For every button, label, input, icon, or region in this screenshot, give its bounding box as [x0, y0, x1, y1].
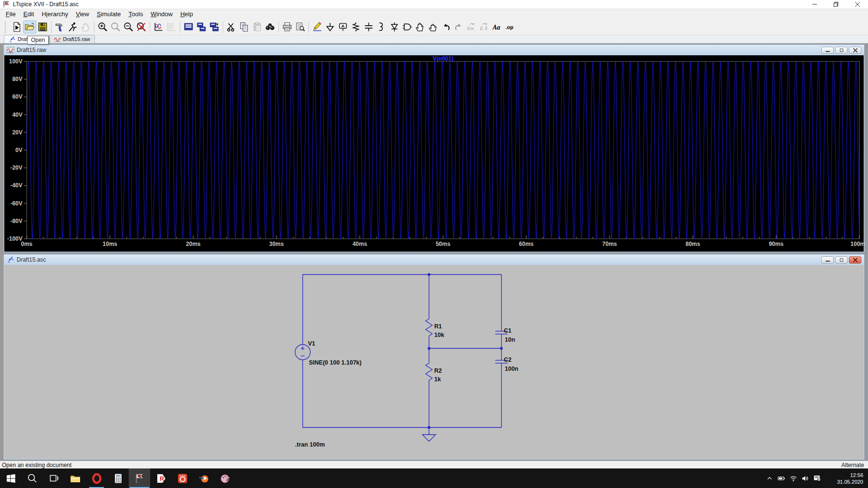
print-button[interactable]	[281, 20, 294, 33]
wave-minimize-button[interactable]	[821, 47, 834, 54]
taskbar-blender[interactable]	[193, 468, 214, 488]
waveform-window: Draft15.raw V(n001) 0ms10ms20ms30ms40ms5…	[3, 44, 865, 253]
label-R1-value[interactable]: 10k	[434, 332, 444, 338]
taskbar-task-view[interactable]	[43, 468, 64, 488]
title-bar: LTspice XVII - Draft15.asc	[0, 0, 868, 9]
find-button[interactable]	[264, 20, 276, 33]
tray-volume[interactable]	[799, 468, 811, 488]
circuit-svg[interactable]	[4, 265, 864, 459]
taskbar-search[interactable]	[21, 468, 43, 488]
zoom-in-button[interactable]	[96, 20, 109, 33]
plot-settings-button[interactable]	[152, 20, 165, 33]
toolbar-separator	[278, 21, 279, 33]
cut-button[interactable]	[225, 20, 238, 33]
menu-tools[interactable]: Tools	[125, 10, 147, 19]
taskbar-clock[interactable]: 12:5631.05.2020	[823, 472, 868, 485]
label-V1-value[interactable]: SINE(0 100 1.107k)	[309, 359, 362, 366]
halt-hand-icon	[81, 22, 91, 32]
paste-button	[251, 20, 264, 33]
menu-file[interactable]: File	[2, 10, 20, 19]
print-preview-button[interactable]	[294, 20, 306, 33]
toolbar-grip	[5, 21, 8, 33]
label-C1-value[interactable]: 10n	[505, 336, 515, 343]
taskbar-paint[interactable]	[214, 468, 236, 488]
x-tick-label: 50ms	[436, 241, 450, 247]
new-pane-button[interactable]	[208, 20, 221, 33]
label-C1-ref[interactable]: C1	[504, 327, 511, 334]
menu-simulate[interactable]: Simulate	[93, 10, 125, 19]
label-C2-value[interactable]: 100n	[505, 366, 519, 372]
place-label-button[interactable]: A	[337, 20, 349, 33]
schematic-window-titlebar[interactable]: Draft15.asc	[4, 254, 864, 265]
waveform-plot-area[interactable]: V(n001) 0ms10ms20ms30ms40ms50ms60ms70ms8…	[4, 55, 864, 252]
zoom-out-button[interactable]	[122, 20, 135, 33]
schem-restore-button[interactable]	[835, 256, 848, 264]
place-diode-button[interactable]	[388, 20, 401, 33]
schem-minimize-button[interactable]	[821, 256, 834, 264]
tab-draft15.raw[interactable]: Draft15.raw	[49, 35, 95, 43]
place-ground-button[interactable]	[324, 20, 337, 33]
yandex-icon: R	[155, 473, 167, 484]
rotate-button: E Ǝ	[478, 20, 491, 33]
menu-hierarchy[interactable]: Hierarchy	[38, 10, 72, 19]
taskbar-ltspice[interactable]	[129, 468, 150, 488]
control-panel-button[interactable]	[53, 20, 66, 33]
undo-button[interactable]	[439, 20, 452, 33]
taskbar-calculator[interactable]	[107, 468, 129, 488]
window-title: LTspice XVII - Draft15.asc	[13, 1, 79, 8]
schematic-canvas[interactable]: V1SINE(0 100 1.107k)R110kR21kC110nC2100n…	[4, 265, 864, 459]
label-R1-ref[interactable]: R1	[434, 323, 442, 330]
place-resistor-button[interactable]	[349, 20, 362, 33]
tab-label: Draft15.raw	[63, 36, 90, 42]
wave-close-button[interactable]	[849, 47, 861, 54]
label-R2-value[interactable]: 1k	[434, 376, 441, 383]
menu-help[interactable]: Help	[176, 10, 197, 19]
menu-window[interactable]: Window	[147, 10, 176, 19]
menu-edit[interactable]: Edit	[20, 10, 38, 19]
notif-icon	[813, 474, 822, 483]
trace-v-n001[interactable]	[27, 61, 859, 238]
vertical-panes-button[interactable]	[182, 20, 195, 33]
spice-directive-button[interactable]: .op	[504, 20, 517, 33]
spice-directive-text[interactable]: .tran 100m	[295, 441, 325, 448]
tray-tray-expand[interactable]	[764, 468, 776, 488]
component-R1[interactable]	[426, 274, 432, 348]
tray-battery[interactable]	[776, 468, 787, 488]
restore-button[interactable]	[825, 0, 847, 9]
taskbar-opera[interactable]	[86, 468, 107, 488]
waveform-plot-svg[interactable]: 0ms10ms20ms30ms40ms50ms60ms70ms80ms90ms1…	[4, 55, 865, 253]
taskbar-media-app[interactable]	[172, 468, 193, 488]
tray-wifi[interactable]	[787, 468, 799, 488]
drag-button[interactable]	[427, 20, 439, 33]
label-C2-ref[interactable]: C2	[504, 356, 511, 363]
open-button[interactable]	[23, 20, 36, 33]
draw-wire-button[interactable]	[311, 20, 324, 33]
wave-restore-button[interactable]	[835, 47, 848, 54]
text-button[interactable]: Aa	[491, 20, 504, 33]
component-R2[interactable]	[426, 348, 432, 427]
taskbar-file-explorer[interactable]	[64, 468, 86, 488]
new-schematic-button[interactable]	[10, 20, 23, 33]
menu-view[interactable]: View	[72, 10, 93, 19]
tray-notifications[interactable]	[811, 468, 823, 488]
folder-open-icon	[25, 22, 35, 32]
copy-button[interactable]	[238, 20, 251, 33]
waveform-window-titlebar[interactable]: Draft15.raw	[4, 45, 864, 55]
move-button[interactable]	[414, 20, 427, 33]
taskbar-start[interactable]	[0, 468, 21, 488]
minimize-button[interactable]	[804, 0, 825, 9]
ground-symbol[interactable]	[422, 427, 436, 441]
place-capacitor-button[interactable]	[362, 20, 375, 33]
run-button[interactable]	[66, 20, 79, 33]
save-button[interactable]	[36, 20, 49, 33]
horizontal-panes-button[interactable]	[195, 20, 208, 33]
place-inductor-button[interactable]	[375, 20, 388, 33]
zoom-full-extents-button[interactable]	[135, 20, 148, 33]
taskbar-yandex-browser[interactable]: R	[150, 468, 172, 488]
trace-legend[interactable]: V(n001)	[433, 55, 453, 61]
label-R2-ref[interactable]: R2	[434, 367, 442, 374]
label-V1-ref[interactable]: V1	[308, 340, 315, 347]
close-button[interactable]	[847, 0, 868, 9]
place-component-button[interactable]	[401, 20, 414, 33]
schem-close-button[interactable]	[849, 256, 861, 264]
